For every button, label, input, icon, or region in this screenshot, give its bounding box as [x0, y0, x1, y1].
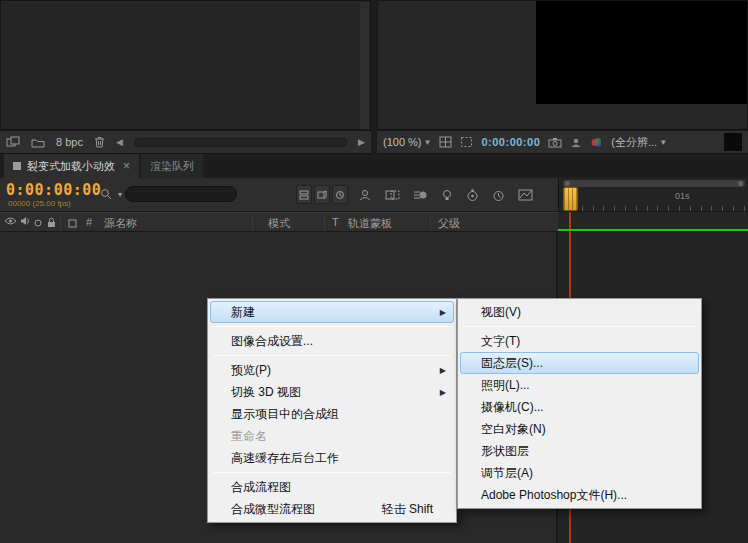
project-panel-scrollbar[interactable]: [360, 2, 369, 129]
stopwatch-icon[interactable]: [492, 189, 505, 202]
bpc-button[interactable]: 8 bpc: [56, 136, 83, 148]
hide-shy-icon[interactable]: [358, 189, 372, 201]
ruler-ticks: [571, 206, 748, 211]
mini-flowchart-icon[interactable]: [296, 185, 312, 204]
panel-tab-bar: 裂变式加载小动效 × 渲染队列: [0, 154, 748, 178]
zoom-value: (100 %): [383, 136, 422, 148]
audio-icon[interactable]: [20, 216, 31, 226]
trash-icon[interactable]: [94, 136, 105, 148]
live-update-icon[interactable]: [332, 185, 348, 204]
submenu-arrow-icon: ▶: [440, 388, 446, 397]
chevron-down-icon: ▼: [659, 138, 667, 147]
menu-item-composition-mini-flowchart[interactable]: 合成微型流程图 轻击 Shift: [210, 498, 454, 520]
menu-separator: [463, 326, 696, 327]
current-time-display[interactable]: 0:00:00:00: [6, 181, 101, 199]
column-source-name[interactable]: 源名称: [104, 216, 137, 231]
timeline-ruler[interactable]: 0s 01s: [558, 178, 748, 212]
submenu-arrow-icon: ▶: [440, 366, 446, 375]
composition-viewer-panel: [377, 0, 748, 130]
menu-separator: [213, 472, 451, 473]
composition-view[interactable]: [536, 1, 747, 104]
new-submenu: 视图(V) 文字(T) 固态层(S)... 照明(L)... 摄像机(C)...…: [457, 298, 702, 509]
scroll-left-icon[interactable]: ◀: [116, 137, 123, 147]
submenu-item-view[interactable]: 视图(V): [460, 301, 699, 323]
eye-icon[interactable]: [4, 216, 17, 226]
search-input[interactable]: [125, 186, 237, 202]
show-snapshot-icon[interactable]: [570, 137, 582, 148]
close-icon[interactable]: ×: [123, 159, 130, 173]
menu-item-preview[interactable]: 预览(P) ▶: [210, 359, 454, 381]
tab-render-queue-label: 渲染队列: [150, 159, 194, 174]
panel-icon: [13, 162, 21, 170]
column-parent[interactable]: 父级: [438, 216, 460, 231]
column-t[interactable]: T: [332, 216, 339, 228]
new-folder-icon[interactable]: [31, 137, 45, 148]
viewer-footer: (100 %) ▼ 0:00:00:00 (全分辨... ▼: [377, 130, 748, 154]
resolution-value: (全分辨...: [611, 135, 657, 150]
draft-3d-icon[interactable]: [314, 185, 330, 204]
timeline-search: ▾: [100, 186, 237, 202]
solo-icon[interactable]: [34, 219, 42, 227]
scroll-right-icon[interactable]: ▶: [358, 137, 365, 147]
composition-button-group: [296, 185, 348, 204]
menu-item-switch-3d-view[interactable]: 切换 3D 视图 ▶: [210, 381, 454, 403]
label-color-icon[interactable]: [68, 219, 77, 228]
submenu-item-adjustment-layer[interactable]: 调节层(A): [460, 462, 699, 484]
chevron-down-icon: ▼: [424, 138, 432, 147]
submenu-arrow-icon: ▶: [440, 308, 446, 317]
tab-composition-label: 裂变式加载小动效: [27, 159, 115, 174]
project-panel-footer: 8 bpc ◀ ▶: [0, 130, 371, 154]
submenu-item-camera[interactable]: 摄像机(C)...: [460, 396, 699, 418]
navigator-end-handle[interactable]: [738, 181, 743, 186]
viewer-timecode[interactable]: 0:00:00:00: [481, 136, 540, 148]
project-panel: [0, 0, 371, 130]
menu-shortcut: 轻击 Shift: [382, 501, 433, 518]
submenu-item-text[interactable]: 文字(T): [460, 330, 699, 352]
after-effects-window: 8 bpc ◀ ▶ (100 %) ▼ 0:00:00:00: [0, 0, 748, 543]
timeline-switch-row: [358, 185, 533, 205]
column-track-matte[interactable]: 轨道蒙板: [348, 216, 392, 231]
search-icon[interactable]: [100, 188, 113, 201]
motion-blur-icon[interactable]: [413, 189, 428, 201]
navigator-start-handle[interactable]: [565, 181, 570, 186]
menu-item-rename: 重命名: [210, 425, 454, 447]
show-channel-icon[interactable]: [590, 137, 603, 148]
menu-item-reveal-composition[interactable]: 显示项目中的合成组: [210, 403, 454, 425]
time-navigator[interactable]: [563, 180, 745, 187]
region-of-interest-icon[interactable]: [460, 136, 473, 148]
grid-guides-icon[interactable]: [439, 136, 452, 148]
menu-item-composition-settings[interactable]: 图像合成设置...: [210, 330, 454, 352]
brainstorm-icon[interactable]: [441, 189, 453, 202]
frame-blend-icon[interactable]: [385, 189, 400, 201]
submenu-item-null-object[interactable]: 空白对象(N): [460, 418, 699, 440]
auto-keyframe-icon[interactable]: [466, 189, 479, 202]
menu-item-new[interactable]: 新建 ▶: [210, 301, 454, 323]
submenu-item-photoshop-file[interactable]: Adobe Photoshop文件(H)...: [460, 484, 699, 506]
ruler-label-01s: 01s: [675, 191, 690, 201]
bpc-label: 8 bpc: [56, 136, 83, 148]
tab-composition[interactable]: 裂变式加载小动效 ×: [4, 154, 139, 178]
cache-indicator: [558, 229, 748, 231]
menu-separator: [213, 326, 451, 327]
column-mode[interactable]: 模式: [268, 216, 290, 231]
submenu-item-solid[interactable]: 固态层(S)...: [460, 352, 699, 374]
resolution-select[interactable]: (全分辨... ▼: [611, 135, 667, 150]
current-time-indicator-handle[interactable]: [563, 187, 578, 211]
exposure-control[interactable]: [724, 133, 742, 151]
submenu-item-shape-layer[interactable]: 形状图层: [460, 440, 699, 462]
graph-editor-icon[interactable]: [518, 189, 533, 201]
submenu-item-light[interactable]: 照明(L)...: [460, 374, 699, 396]
menu-separator: [213, 355, 451, 356]
snapshot-camera-icon[interactable]: [548, 137, 562, 148]
chevron-down-icon[interactable]: ▾: [118, 190, 122, 199]
tab-render-queue[interactable]: 渲染队列: [141, 154, 203, 178]
magnification-select[interactable]: (100 %) ▼: [383, 136, 431, 148]
frame-info: 00000 (25.00 fps): [8, 199, 71, 208]
project-flowchart-icon[interactable]: [6, 136, 20, 148]
lock-icon[interactable]: [47, 217, 56, 228]
menu-item-cache-in-background[interactable]: 高速缓存在后台工作: [210, 447, 454, 469]
context-menu: 新建 ▶ 图像合成设置... 预览(P) ▶ 切换 3D 视图 ▶ 显示项目中的…: [207, 298, 457, 523]
column-layer-number[interactable]: #: [86, 216, 92, 228]
menu-item-composition-flowchart[interactable]: 合成流程图: [210, 476, 454, 498]
project-horizontal-scrollbar[interactable]: [134, 138, 347, 147]
